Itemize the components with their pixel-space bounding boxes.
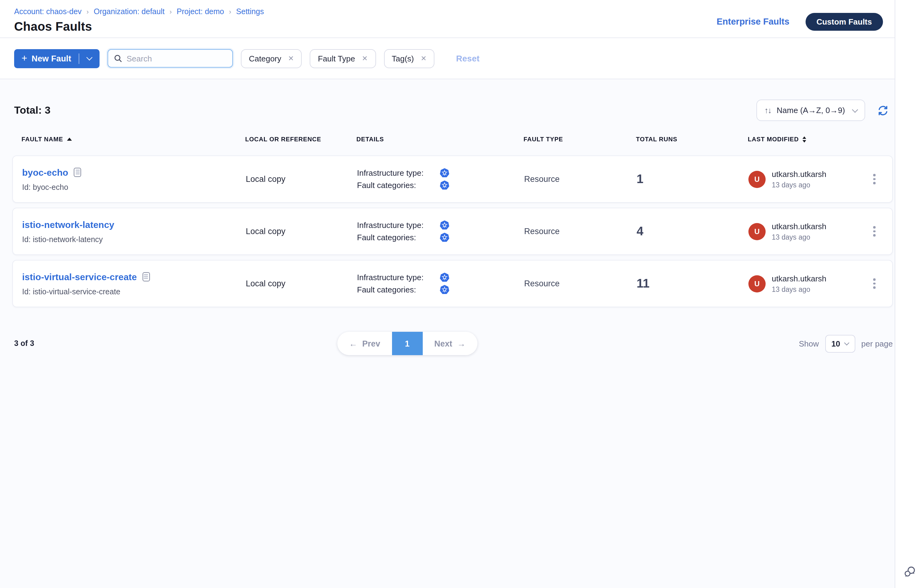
infrastructure-type-label: Infrastructure type: [357,221,440,230]
breadcrumb-separator-icon: › [87,8,89,16]
chip-label: Tag(s) [392,54,414,63]
kubernetes-icon [440,220,450,230]
refresh-icon [878,105,889,116]
infrastructure-type-label: Infrastructure type: [357,168,440,178]
breadcrumb-organization[interactable]: Organization: default [94,8,165,16]
fault-id: Id: istio-virtual-service-create [22,287,246,296]
enterprise-faults-link[interactable]: Enterprise Faults [717,16,790,26]
filter-chip-category[interactable]: Category ✕ [241,49,302,68]
new-fault-button[interactable]: + New Fault [14,49,100,68]
search-box[interactable] [108,49,233,68]
sort-value: Name (A→Z, 0→9) [777,106,853,115]
modified-by: utkarsh.utkarsh [772,222,826,231]
modified-by: utkarsh.utkarsh [772,274,826,283]
total-runs-value: 11 [637,276,748,291]
modified-when: 13 days ago [772,181,826,189]
column-label: DETAILS [356,136,384,142]
column-label: LOCAL OR REFERENCE [245,136,321,142]
search-input[interactable] [126,54,227,63]
table-row[interactable]: istio-virtual-service-create Id: istio-v… [12,260,893,307]
kubernetes-icon [440,272,450,283]
new-fault-dropdown-button[interactable] [79,49,100,68]
filter-chip-fault-type[interactable]: Fault Type ✕ [310,49,376,68]
toolbar: + New Fault Category ✕ Fault Type ✕ Tag(… [0,38,895,79]
plus-icon: + [21,53,27,64]
column-fault-name[interactable]: FAULT NAME [21,136,245,142]
breadcrumb-separator-icon: › [170,8,172,16]
close-icon[interactable]: ✕ [288,54,294,63]
infrastructure-type-label: Infrastructure type: [357,273,440,282]
total-runs-value: 1 [637,172,748,186]
close-icon[interactable]: ✕ [362,54,368,63]
kebab-menu-button[interactable] [870,276,879,292]
topbar-right: Enterprise Faults Custom Faults [717,12,883,31]
kubernetes-icon [440,168,450,178]
kebab-menu-button[interactable] [870,171,879,187]
fault-id: Id: byoc-echo [22,183,246,191]
last-modified-cell: U utkarsh.utkarsh 13 days ago [748,170,857,189]
breadcrumb-settings[interactable]: Settings [236,8,264,16]
details-cell: Infrastructure type: Fault categories: [357,218,524,244]
chevron-down-icon [844,340,850,345]
column-label: TOTAL RUNS [636,136,677,142]
main-app-region: Account: chaos-dev › Organization: defau… [0,0,895,588]
reset-filters-button[interactable]: Reset [453,53,483,64]
filter-chip-tags[interactable]: Tag(s) ✕ [384,49,435,68]
document-icon[interactable] [142,272,150,281]
custom-faults-button[interactable]: Custom Faults [805,13,883,31]
fault-table-body: byoc-echo Id: byoc-echo Local copy Infra… [12,155,893,307]
modified-when: 13 days ago [772,233,826,241]
last-modified-cell: U utkarsh.utkarsh 13 days ago [748,222,857,241]
per-page-label: per page [861,339,893,348]
column-total-runs: TOTAL RUNS [636,136,748,142]
sort-updown-icon: ↑↓ [764,106,771,115]
modified-when: 13 days ago [772,286,826,293]
document-icon[interactable] [74,168,81,177]
sort-dropdown[interactable]: ↑↓ Name (A→Z, 0→9) [756,100,865,121]
breadcrumb: Account: chaos-dev › Organization: defau… [14,8,264,16]
details-cell: Infrastructure type: Fault categories: [357,166,524,192]
prev-label: Prev [362,339,380,348]
local-or-reference-value: Local copy [246,227,357,236]
page-size-select[interactable]: 10 [825,334,855,352]
kubernetes-icon [440,232,450,243]
new-fault-label: New Fault [32,54,71,63]
pagination-row: 3 of 3 ←Prev 1 Next→ Show 10 per page [12,332,893,355]
next-page-button[interactable]: Next→ [423,332,477,355]
pagination-range: 3 of 3 [12,339,34,348]
fault-name-link[interactable]: byoc-echo [22,167,68,177]
avatar: U [748,275,766,292]
refresh-button[interactable] [878,105,889,116]
table-row[interactable]: istio-network-latency Id: istio-network-… [12,208,893,255]
topbar: Account: chaos-dev › Organization: defau… [0,0,895,38]
list-toolbar: Total: 3 ↑↓ Name (A→Z, 0→9) [12,79,893,121]
column-fault-type: FAULT TYPE [524,136,636,142]
right-gutter [895,0,918,588]
arrow-left-icon: ← [349,339,357,348]
local-or-reference-value: Local copy [246,174,357,184]
table-row[interactable]: byoc-echo Id: byoc-echo Local copy Infra… [12,155,893,203]
close-icon[interactable]: ✕ [420,54,427,63]
show-label: Show [799,339,819,348]
breadcrumb-account[interactable]: Account: chaos-dev [14,8,82,16]
breadcrumb-project[interactable]: Project: demo [177,8,224,16]
fault-name-cell: istio-network-latency Id: istio-network-… [22,219,246,244]
fault-name-link[interactable]: istio-virtual-service-create [22,271,137,282]
arrow-right-icon: → [457,339,465,348]
chat-support-button[interactable] [903,565,917,579]
sort-both-icon [802,136,806,142]
current-page-button[interactable]: 1 [392,332,423,355]
row-actions-cell [857,223,892,240]
column-label: FAULT NAME [21,136,63,142]
topbar-left: Account: chaos-dev › Organization: defau… [14,8,264,37]
prev-page-button[interactable]: ←Prev [337,332,392,355]
row-actions-cell [857,276,892,292]
pager: ←Prev 1 Next→ [337,332,477,355]
fault-name-link[interactable]: istio-network-latency [22,219,114,229]
kebab-menu-button[interactable] [870,223,879,240]
fault-categories-label: Fault categories: [357,233,440,242]
local-or-reference-value: Local copy [246,279,357,288]
column-last-modified[interactable]: LAST MODIFIED [748,136,856,142]
page-size-value: 10 [831,339,840,348]
page: Account: chaos-dev › Organization: defau… [0,0,918,588]
